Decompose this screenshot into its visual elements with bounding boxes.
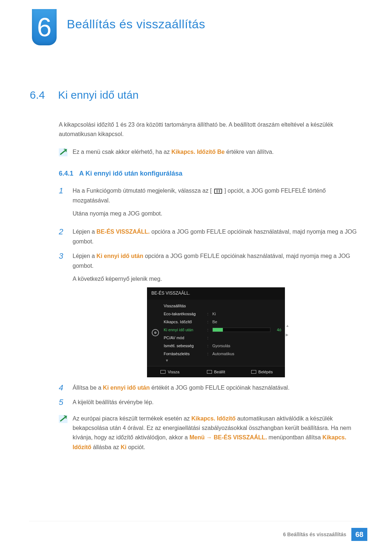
text-fragment: Ha a Funkciógomb útmutató megjelenik, vá… xyxy=(73,188,212,194)
step-number: 5 xyxy=(59,398,66,407)
chapter-number: 6 xyxy=(37,12,52,42)
osd-label: Visszaállítás xyxy=(164,303,207,309)
subsection-number: 6.4.1 xyxy=(59,170,73,177)
osd-label: Ki ennyi idő után xyxy=(164,327,207,333)
note-post: értékre van állítva. xyxy=(226,149,274,155)
osd-key-icon xyxy=(207,370,212,374)
document-page: 6 Beállítás és visszaállítás 6.4 Ki enny… xyxy=(0,0,392,554)
steps-list: 1 Ha a Funkciógomb útmutató megjelenik, … xyxy=(59,186,359,407)
step-number: 2 xyxy=(59,227,66,246)
osd-foot-enter: Belépés xyxy=(239,366,285,377)
text-fragment: Lépjen a xyxy=(73,253,97,259)
osd-slider-value: 4ó xyxy=(273,327,281,333)
osd-foot-label: Belépés xyxy=(258,369,273,375)
osd-label: Eco-takarékosság xyxy=(164,311,207,317)
step-text: Lépjen a Ki ennyi idő után opcióra a JOG… xyxy=(73,251,359,377)
osd-slider-fill xyxy=(213,328,223,332)
osd-category-icon xyxy=(147,302,164,364)
note-strong: Kikapcs. Időzítő Be xyxy=(171,149,225,155)
section-heading: 6.4 Ki ennyi idő után xyxy=(30,89,392,101)
osd-value: Ki xyxy=(212,311,281,317)
osd-foot-label: Beállít xyxy=(214,369,225,375)
osd-menu-icon xyxy=(214,189,222,194)
chapter-badge: 6 xyxy=(32,9,57,45)
osd-value: Automatikus xyxy=(212,350,281,357)
osd-rows: Visszaállítás Eco-takarékosság:Ki Kikapc… xyxy=(164,302,285,364)
osd-label: Ismétl. sebesség xyxy=(164,342,207,349)
step-3: 3 Lépjen a Ki ennyi idő után opcióra a J… xyxy=(59,251,359,377)
chapter-header: 6 Beállítás és visszaállítás xyxy=(0,0,392,45)
osd-row: Eco-takarékosság:Ki xyxy=(164,310,281,318)
step-text: Lépjen a BE-ÉS VISSZAÁLL. opcióra a JOG … xyxy=(73,227,359,246)
osd-label: PC/AV mód xyxy=(164,335,207,341)
text-strong: Menü xyxy=(189,434,205,440)
osd-screenshot: BE-ÉS VISSZAÁLL. Visszaállítás Eco-takar… xyxy=(147,287,285,377)
note-text: Az európai piacra készült termékek eseté… xyxy=(73,414,359,452)
osd-slider-track xyxy=(212,328,270,332)
osd-foot-label: Vissza xyxy=(168,369,179,375)
text-fragment: értékét a JOG gomb FEL/LE opcióinak hasz… xyxy=(151,385,290,391)
text-strong: Kikapcs. Időzítő xyxy=(191,415,236,422)
step-number: 1 xyxy=(59,186,66,222)
text-strong: Ki xyxy=(121,444,127,450)
osd-label: Forrásészlelés xyxy=(164,350,207,357)
osd-key-icon xyxy=(251,370,256,374)
text-fragment: opciót. xyxy=(128,444,145,450)
text-strong: Ki ennyi idő után xyxy=(97,253,143,259)
text-fragment: Lépjen a xyxy=(73,229,97,235)
text-fragment: Az európai piacra készült termékek eseté… xyxy=(73,415,191,422)
osd-slider: 4ó xyxy=(212,327,281,333)
step-5: 5 A kijelölt beállítás érvénybe lép. xyxy=(59,398,359,407)
note-pre: Ez a menü csak akkor elérhető, ha az xyxy=(73,149,171,155)
text-strong: Ki ennyi idő után xyxy=(103,385,150,391)
osd-foot-set: Beállít xyxy=(193,366,239,377)
osd-row: Visszaállítás xyxy=(164,302,281,310)
osd-value: Be xyxy=(212,319,281,325)
osd-value: Gyorsulás xyxy=(212,342,281,349)
footer-rule xyxy=(29,521,363,521)
osd-title: BE-ÉS VISSZAÁLL. xyxy=(147,287,285,300)
osd-row: Kikapcs. Időzítő:Be xyxy=(164,318,281,326)
text-fragment: Állítsa be a xyxy=(73,385,103,391)
osd-row: PC/AV mód: xyxy=(164,334,281,342)
step-number: 4 xyxy=(59,383,66,393)
step-text: A kijelölt beállítás érvénybe lép. xyxy=(73,398,359,407)
step-text: Ha a Funkciógomb útmutató megjelenik, vá… xyxy=(73,186,359,222)
osd-foot-back: Vissza xyxy=(147,366,193,377)
chapter-title: Beállítás és visszaállítás xyxy=(67,17,205,31)
osd-scroll-down-icon: ▼ xyxy=(164,358,281,364)
section-number: 6.4 xyxy=(30,89,58,101)
note-icon xyxy=(59,148,68,156)
step-2: 2 Lépjen a BE-ÉS VISSZAÁLL. opcióra a JO… xyxy=(59,227,359,246)
subsection-heading: 6.4.1 A Ki ennyi idő után konfigurálása xyxy=(59,170,392,177)
note-1: Ez a menü csak akkor elérhető, ha az Kik… xyxy=(59,147,359,157)
osd-key-icon xyxy=(160,370,166,374)
page-footer: 6 Beállítás és visszaállítás 68 xyxy=(283,528,367,541)
gear-icon xyxy=(152,329,159,336)
osd-body: Visszaállítás Eco-takarékosság:Ki Kikapc… xyxy=(147,300,285,364)
note-text: Ez a menü csak akkor elérhető, ha az Kik… xyxy=(73,147,359,157)
section-title: Ki ennyi idő után xyxy=(58,89,139,101)
arrow-icon: → xyxy=(206,434,213,440)
osd-nav-arrows: ▲▶ xyxy=(286,323,289,338)
text-fragment: A következő képernyő jelenik meg. xyxy=(73,274,359,284)
osd-row-selected: Ki ennyi idő után: 4ó xyxy=(164,326,281,334)
step-text: Állítsa be a Ki ennyi idő után értékét a… xyxy=(73,383,359,393)
footer-page-number: 68 xyxy=(351,528,367,541)
osd-label: Kikapcs. Időzítő xyxy=(164,319,207,325)
intro-paragraph: A kikapcsolási időzítő 1 és 23 óra közöt… xyxy=(59,120,359,139)
text-strong: BE-ÉS VISSZAÁLL. xyxy=(214,434,267,440)
step-4: 4 Állítsa be a Ki ennyi idő után értékét… xyxy=(59,383,359,393)
step-1: 1 Ha a Funkciógomb útmutató megjelenik, … xyxy=(59,186,359,222)
text-strong: BE-ÉS VISSZAÁLL. xyxy=(97,229,150,235)
note-2: Az európai piacra készült termékek eseté… xyxy=(59,414,359,452)
osd-footer: Vissza Beállít Belépés xyxy=(147,366,285,377)
footer-chapter: 6 Beállítás és visszaállítás xyxy=(283,532,346,537)
chevron-right-icon: ▶ xyxy=(286,332,289,338)
note-icon xyxy=(59,415,68,423)
text-fragment: Utána nyomja meg a JOG gombot. xyxy=(73,209,359,218)
text-fragment: állásba az xyxy=(93,444,121,450)
step-number: 3 xyxy=(59,251,66,377)
subsection-title: A Ki ennyi idő után konfigurálása xyxy=(79,170,182,177)
chevron-up-icon: ▲ xyxy=(286,323,289,329)
